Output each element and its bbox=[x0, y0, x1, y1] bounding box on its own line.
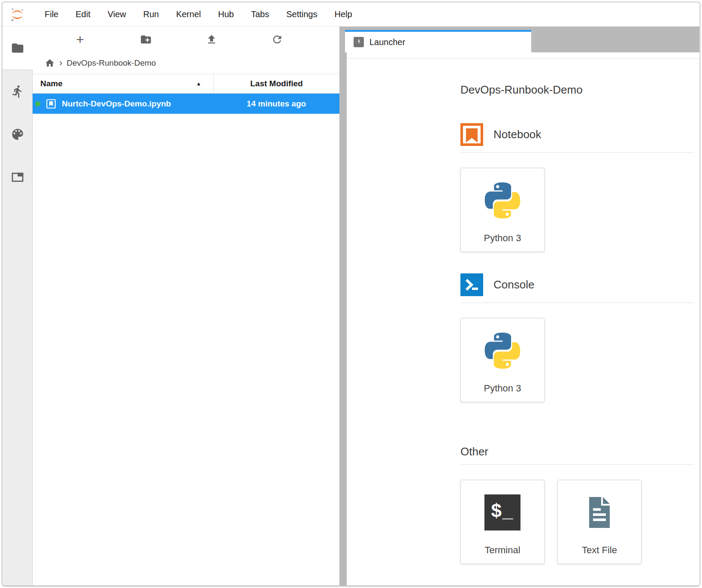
terminal-prompt-glyph: $_ bbox=[491, 500, 514, 521]
other-cards-row: $_ Terminal bbox=[460, 479, 694, 564]
breadcrumb-current-folder[interactable]: DevOps-Runbook-Demo bbox=[67, 58, 156, 68]
breadcrumb: › DevOps-Runbook-Demo bbox=[33, 52, 339, 74]
file-browser-toolbar: + bbox=[33, 27, 339, 52]
python-logo-icon bbox=[481, 318, 524, 383]
notebook-file-icon bbox=[45, 98, 57, 109]
card-label: Python 3 bbox=[484, 233, 521, 252]
launcher-card-terminal[interactable]: $_ Terminal bbox=[460, 480, 545, 564]
section-divider bbox=[460, 152, 694, 153]
launcher-card-text-file[interactable]: Text File bbox=[557, 480, 641, 564]
section-divider bbox=[460, 303, 694, 303]
section-console: Console bbox=[460, 273, 694, 296]
refresh-button[interactable] bbox=[244, 33, 310, 45]
notebook-icon bbox=[460, 123, 483, 146]
menu-file[interactable]: File bbox=[36, 9, 67, 19]
sidebar-tab-running[interactable] bbox=[3, 70, 32, 113]
card-label: Text File bbox=[582, 545, 617, 564]
sort-ascending-icon[interactable]: ▲ bbox=[196, 81, 201, 87]
launcher-toolbar-strip bbox=[347, 52, 699, 59]
home-icon[interactable] bbox=[45, 58, 55, 68]
launcher-body: DevOps-Runbook-Demo Notebook bbox=[347, 59, 699, 564]
new-folder-icon bbox=[140, 33, 152, 45]
name-column-label: Name bbox=[40, 79, 63, 88]
console-icon bbox=[460, 273, 483, 296]
column-header-name[interactable]: Name ▲ bbox=[33, 79, 213, 88]
main-dock-area: Launcher DevOps-Runbook-Demo Not bbox=[339, 27, 699, 585]
upload-icon bbox=[206, 33, 218, 45]
dock-panel-gutter[interactable] bbox=[339, 52, 347, 585]
section-console-label: Console bbox=[493, 278, 534, 291]
section-notebook: Notebook bbox=[460, 123, 694, 146]
launcher-cwd-title: DevOps-Runbook-Demo bbox=[460, 83, 694, 97]
kernel-running-dot bbox=[35, 101, 40, 106]
menu-tabs[interactable]: Tabs bbox=[242, 9, 278, 19]
launcher-tab[interactable]: Launcher bbox=[345, 30, 531, 52]
open-tabs-icon bbox=[10, 170, 25, 185]
menu-bar: File Edit View Run Kernel Hub Tabs Setti… bbox=[3, 3, 699, 27]
refresh-icon bbox=[271, 33, 283, 45]
file-last-modified: 14 minutes ago bbox=[213, 99, 339, 109]
launcher-tab-label: Launcher bbox=[369, 37, 405, 47]
text-file-icon bbox=[581, 480, 617, 545]
last-modified-column-label: Last Modified bbox=[250, 79, 303, 88]
card-label: Python 3 bbox=[484, 383, 521, 402]
launcher-card-notebook-python3[interactable]: Python 3 bbox=[460, 168, 545, 252]
launcher-panel: DevOps-Runbook-Demo Notebook bbox=[339, 52, 699, 585]
jupyterlab-window: File Edit View Run Kernel Hub Tabs Setti… bbox=[1, 1, 701, 587]
breadcrumb-separator: › bbox=[59, 58, 62, 69]
menu-kernel[interactable]: Kernel bbox=[167, 9, 209, 19]
jupyter-logo-icon bbox=[9, 7, 25, 22]
sidebar-tab-files[interactable] bbox=[3, 27, 33, 70]
sidebar-tab-commands[interactable] bbox=[3, 113, 32, 156]
plus-icon: + bbox=[76, 33, 84, 46]
folder-icon bbox=[11, 41, 24, 55]
file-list-header: Name ▲ Last Modified bbox=[33, 74, 339, 94]
file-name: Nurtch-DevOps-Demo.ipynb bbox=[62, 99, 171, 109]
section-other-label: Other bbox=[460, 445, 694, 458]
menu-settings[interactable]: Settings bbox=[278, 9, 326, 19]
upload-button[interactable] bbox=[179, 33, 244, 45]
file-browser-panel: + bbox=[33, 27, 339, 585]
menu-help[interactable]: Help bbox=[326, 9, 360, 19]
file-row-selected[interactable]: Nurtch-DevOps-Demo.ipynb 14 minutes ago bbox=[33, 94, 339, 114]
section-notebook-label: Notebook bbox=[493, 128, 541, 141]
terminal-icon: $_ bbox=[484, 480, 520, 545]
column-header-last-modified[interactable]: Last Modified bbox=[213, 74, 339, 93]
section-divider bbox=[460, 464, 694, 465]
new-launcher-button[interactable]: + bbox=[47, 33, 113, 46]
palette-icon bbox=[10, 127, 25, 142]
new-folder-button[interactable] bbox=[113, 33, 179, 45]
menu-run[interactable]: Run bbox=[135, 9, 168, 19]
running-sessions-icon bbox=[11, 85, 24, 98]
menu-hub[interactable]: Hub bbox=[209, 9, 242, 19]
card-label: Terminal bbox=[484, 545, 520, 564]
app-body: + bbox=[3, 27, 699, 585]
file-row-name-cell: Nurtch-DevOps-Demo.ipynb bbox=[33, 98, 213, 109]
menu-edit[interactable]: Edit bbox=[67, 9, 99, 19]
left-sidebar bbox=[3, 27, 33, 585]
python-logo-icon bbox=[481, 168, 524, 233]
sidebar-tab-open-tabs[interactable] bbox=[3, 156, 32, 199]
launcher-card-console-python3[interactable]: Python 3 bbox=[460, 318, 545, 402]
menu-view[interactable]: View bbox=[99, 9, 135, 19]
dock-tab-bar: Launcher bbox=[339, 27, 699, 52]
sidebar-tab-strip bbox=[3, 70, 33, 585]
rocket-icon bbox=[354, 37, 364, 47]
